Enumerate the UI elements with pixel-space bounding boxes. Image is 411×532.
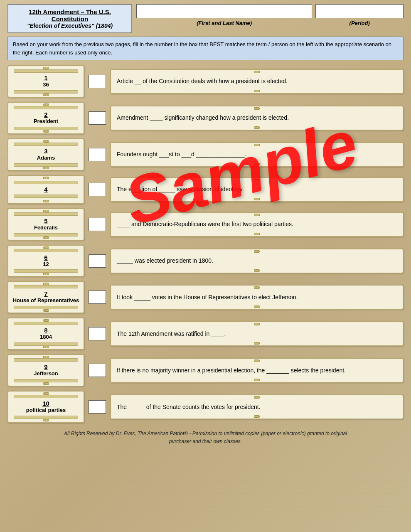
scroll-top-7: [43, 283, 49, 285]
answer-box-8[interactable]: [89, 327, 106, 340]
sc-scroll-bottom-10: [254, 415, 260, 418]
answer-box-2[interactable]: [89, 111, 106, 125]
term-number-1: 1: [44, 74, 47, 81]
scenario-text-2: Amendment ____ significantly changed how…: [117, 113, 289, 122]
scenario-text-4: The e___tion of _____ saw a division of …: [117, 185, 244, 194]
match-row-10: 10 political parties The _____ of the Se…: [7, 391, 404, 423]
name-label: (First and Last Name): [136, 20, 312, 26]
title-box: 12th Amendment – The U.S. Constitution "…: [7, 4, 132, 33]
scroll-bottom-9: [43, 382, 49, 385]
sc-scroll-top-4: [254, 179, 260, 181]
sc-scroll-top-3: [254, 144, 260, 146]
term-number-10: 10: [42, 400, 49, 407]
term-number-3: 3: [44, 148, 47, 155]
answer-box-1[interactable]: [89, 75, 106, 88]
scenario-text-5: ____ and Democratic-Republicans were the…: [117, 220, 293, 229]
sc-scroll-bottom-2: [254, 126, 260, 129]
scenario-text-10: The _____ of the Senate counts the votes…: [117, 403, 261, 411]
footer-line2: purchaser and their own classes.: [7, 438, 404, 446]
match-row-3: 3 Adams Founders ought ___st to ___d ___…: [7, 138, 404, 171]
scroll-bottom-4: [43, 200, 49, 202]
term-card-7: 7 House of Representatives: [7, 281, 84, 313]
scenario-card-8: The 12th Amendment was ratified in ____.: [110, 321, 404, 346]
match-row-2: 2 President Amendment ____ significantly…: [7, 102, 404, 134]
match-row-6: 6 12 _____ was elected president in 1800…: [7, 245, 404, 277]
answer-box-10[interactable]: [89, 400, 106, 414]
period-input-box[interactable]: [315, 4, 404, 18]
sc-scroll-top-9: [254, 360, 260, 362]
term-value-3: Adams: [37, 155, 55, 162]
term-value-2: President: [34, 118, 58, 125]
matching-section: 1 36 Article __ of the Constitution deal…: [7, 65, 404, 423]
match-row-4: 4 The e___tion of _____ saw a division o…: [7, 175, 404, 204]
scenario-card-6: _____ was elected president in 1800.: [110, 249, 404, 273]
term-card-1: 1 36: [7, 65, 84, 98]
sc-scroll-bottom-5: [254, 233, 260, 235]
term-value-6: 12: [43, 261, 49, 268]
answer-box-3[interactable]: [89, 148, 106, 161]
scroll-top-4: [43, 177, 49, 179]
scroll-top-6: [43, 246, 49, 249]
term-value-9: Jefferson: [34, 370, 58, 377]
sc-scroll-top-8: [254, 323, 260, 325]
sc-scroll-bottom-7: [254, 305, 260, 308]
period-label: (Period): [315, 20, 404, 26]
page-content: 12th Amendment – The U.S. Constitution "…: [0, 0, 411, 454]
scroll-top-3: [43, 140, 49, 143]
term-card-10: 10 political parties: [7, 391, 84, 423]
term-value-5: Federalis: [34, 224, 58, 232]
sc-scroll-bottom-3: [254, 163, 260, 165]
scenario-text-1: Article __ of the Constitution deals wit…: [117, 77, 288, 86]
scroll-bottom-10: [43, 419, 49, 421]
scenario-text-6: _____ was elected president in 1800.: [117, 256, 213, 265]
answer-box-9[interactable]: [89, 364, 106, 377]
term-number-2: 2: [44, 111, 47, 118]
sc-scroll-top-7: [254, 286, 260, 289]
scroll-top-2: [43, 103, 49, 106]
sc-scroll-top-2: [254, 107, 260, 110]
footer-line1: All Rights Reserved by Dr. Eves, The Ame…: [7, 430, 404, 438]
scroll-bottom-5: [43, 236, 49, 239]
name-period-area: (First and Last Name) (Period): [136, 4, 404, 26]
scenario-card-1: Article __ of the Constitution deals wit…: [110, 69, 404, 94]
term-number-5: 5: [44, 217, 47, 224]
sc-scroll-top-5: [254, 214, 260, 216]
term-card-6: 6 12: [7, 245, 84, 277]
answer-box-5[interactable]: [89, 218, 106, 231]
term-card-3: 3 Adams: [7, 138, 84, 171]
term-number-6: 6: [44, 254, 47, 261]
sc-scroll-bottom-4: [254, 198, 260, 200]
scenario-card-5: ____ and Democratic-Republicans were the…: [110, 212, 404, 237]
sc-scroll-top-10: [254, 396, 260, 399]
term-value-1: 36: [43, 81, 49, 89]
scenario-card-9: If there is no majority winner in a pres…: [110, 358, 404, 383]
name-period-labels: (First and Last Name) (Period): [136, 20, 404, 26]
term-card-4: 4: [7, 175, 84, 204]
answer-box-6[interactable]: [89, 254, 106, 268]
scenario-text-8: The 12th Amendment was ratified in ____.: [117, 330, 226, 338]
answer-box-7[interactable]: [89, 291, 106, 304]
match-row-9: 9 Jefferson If there is no majority winn…: [7, 354, 404, 387]
term-card-9: 9 Jefferson: [7, 354, 84, 387]
sc-scroll-bottom-6: [254, 269, 260, 272]
match-row-7: 7 House of Representatives It took _____…: [7, 281, 404, 313]
term-card-2: 2 President: [7, 102, 84, 134]
scenario-card-2: Amendment ____ significantly changed how…: [110, 106, 404, 131]
scroll-top-10: [43, 392, 49, 395]
scroll-top-8: [43, 319, 49, 322]
sc-scroll-bottom-9: [254, 379, 260, 381]
sc-scroll-bottom-8: [254, 342, 260, 345]
header: 12th Amendment – The U.S. Constitution "…: [7, 4, 404, 33]
scenario-card-10: The _____ of the Senate counts the votes…: [110, 394, 404, 419]
term-card-8: 8 1804: [7, 318, 84, 350]
scroll-bottom-6: [43, 273, 49, 275]
match-row-8: 8 1804 The 12th Amendment was ratified i…: [7, 318, 404, 350]
footer: All Rights Reserved by Dr. Eves, The Ame…: [7, 430, 404, 446]
answer-box-4[interactable]: [89, 183, 106, 196]
name-input-box[interactable]: [136, 4, 312, 18]
term-number-4: 4: [44, 186, 47, 193]
sub-title: "Election of Executives" (1804): [14, 22, 126, 29]
name-period-boxes: [136, 4, 404, 18]
scroll-top-9: [43, 356, 49, 358]
term-number-7: 7: [44, 290, 47, 297]
